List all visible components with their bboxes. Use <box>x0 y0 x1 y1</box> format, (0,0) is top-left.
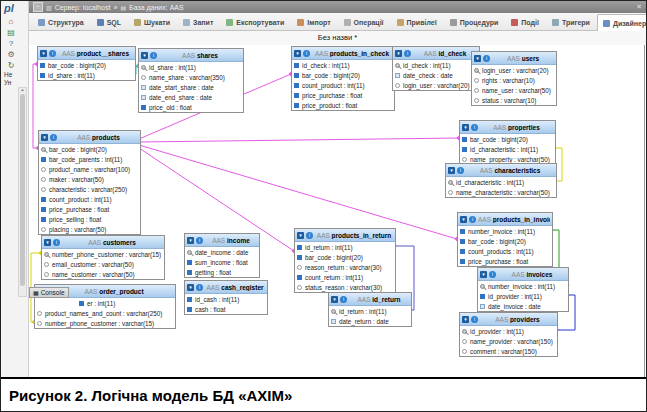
tab-label: Операції <box>354 19 384 26</box>
tab-designer[interactable]: Дизайнер <box>597 14 646 31</box>
table-header[interactable]: ▾iAAS customers <box>42 236 164 249</box>
tab-search[interactable]: Шукати <box>128 13 176 30</box>
table-options-icon[interactable]: i <box>196 284 203 291</box>
table-header[interactable]: ▾iAAS shares <box>139 49 243 62</box>
table-header[interactable]: ▾iAAS products_in_check <box>292 47 394 60</box>
refresh-icon[interactable]: ↻ <box>1 60 21 71</box>
collapse-icon[interactable]: ▾ <box>40 50 47 57</box>
tab-query[interactable]: Запит <box>177 13 219 30</box>
table-header[interactable]: ▾iAAS id_return <box>329 293 411 306</box>
home-icon[interactable]: ⌂ <box>1 16 21 27</box>
new-window-icon[interactable]: ▤ <box>1 27 21 38</box>
table-options-icon[interactable]: i <box>49 50 56 57</box>
table-header[interactable]: ▾iAAS products_in_invoices <box>458 213 552 226</box>
db-table-invoices[interactable]: ▾iAAS invoicesnumber_invoice : int(11)id… <box>477 267 569 312</box>
collapse-icon[interactable]: ▾ <box>41 134 48 141</box>
scrollbar-thumb[interactable] <box>20 94 25 286</box>
console-toggle[interactable]: ▦ Console <box>29 287 69 298</box>
close-icon[interactable]: ✕ <box>636 3 642 11</box>
collapse-icon[interactable]: ▾ <box>460 216 467 223</box>
table-title: AAS products_in_invoices <box>478 216 550 223</box>
db-table-product__shares[interactable]: ▾iAAS product__sharesbar_code : bigint(2… <box>37 46 136 81</box>
collapse-icon[interactable]: ▾ <box>462 124 469 131</box>
table-options-icon[interactable]: i <box>50 134 57 141</box>
collapse-icon[interactable]: ▾ <box>187 237 194 244</box>
db-table-products_in_check[interactable]: ▾iAAS products_in_checkid_check : int(11… <box>291 46 395 111</box>
table-options-icon[interactable]: i <box>150 52 157 59</box>
table-options-icon[interactable]: i <box>196 237 203 244</box>
tab-triggers[interactable]: Тригери <box>546 13 596 30</box>
table-options-icon[interactable]: i <box>303 50 310 57</box>
table-header[interactable]: ▾iAAS income <box>185 234 259 247</box>
table-options-icon[interactable]: i <box>404 50 411 57</box>
tab-sql[interactable]: SQL <box>91 13 127 30</box>
table-options-icon[interactable]: i <box>471 316 478 323</box>
collapse-icon[interactable]: ▾ <box>141 52 148 59</box>
help-icon[interactable]: ? <box>1 38 21 49</box>
field-label: product_name : varchar(100) <box>49 166 130 173</box>
settings-icon[interactable]: ⚙ <box>1 49 21 60</box>
db-table-shares[interactable]: ▾iAAS sharesid_share : int(11)name_share… <box>138 48 244 113</box>
table-header[interactable]: ▾iAAS characteristics <box>446 164 556 177</box>
breadcrumb-database-link[interactable]: База даних: AAS <box>129 4 184 11</box>
collapse-icon[interactable]: ▾ <box>331 296 338 303</box>
field-label: id_cash : int(11) <box>195 296 239 303</box>
db-table-income[interactable]: ▾iAAS incomedate_income : datesum_income… <box>184 233 260 278</box>
collapse-icon[interactable]: ▾ <box>448 167 455 174</box>
scroll-up-icon[interactable]: ▲ <box>19 87 26 92</box>
database-prefix: AAS <box>212 237 227 244</box>
table-options-icon[interactable]: i <box>340 296 347 303</box>
table-header[interactable]: ▾iAAS id_check <box>393 47 479 60</box>
tab-events[interactable]: Події <box>505 13 545 30</box>
table-options-icon[interactable]: i <box>306 232 313 239</box>
collapse-icon[interactable]: ▾ <box>297 232 304 239</box>
table-options-icon[interactable]: i <box>469 216 476 223</box>
db-table-characteristics[interactable]: ▾iAAS characteristicsid_characteristic :… <box>445 163 557 198</box>
db-table-users[interactable]: ▾iAAS userslogin_user : varchar(20)right… <box>471 51 557 106</box>
table-header[interactable]: ▾iAAS products <box>39 131 140 144</box>
db-table-properties[interactable]: ▾iAAS propertiesbar_code : bigint(20)id_… <box>459 120 556 165</box>
db-table-products[interactable]: ▾iAAS productsbar_code : bigint(20)bar_c… <box>38 130 141 235</box>
index-field-icon <box>462 137 467 142</box>
table-options-icon[interactable]: i <box>489 271 496 278</box>
table-options-icon[interactable]: i <box>53 239 60 246</box>
database-prefix: AAS <box>206 284 221 291</box>
collapse-icon[interactable]: ▾ <box>44 239 51 246</box>
db-table-products_in_invoices[interactable]: ▾iAAS products_in_invoicesnumber_invoice… <box>457 212 553 267</box>
db-table-id_check[interactable]: ▾iAAS id_checkid_check : int(11)date_che… <box>392 46 480 91</box>
table-header[interactable]: ▾iAAS products_in_return <box>295 229 395 242</box>
field-label: price_selling : float <box>49 216 101 223</box>
database-prefix: AAS <box>478 216 493 223</box>
db-table-id_return[interactable]: ▾iAAS id_returnid_return : int(11)date_r… <box>328 292 412 327</box>
db-table-providers[interactable]: ▾iAAS providersid_provider : int(11)name… <box>459 312 558 357</box>
collapse-icon[interactable]: ▾ <box>474 55 481 62</box>
tab-structure[interactable]: Структура <box>32 13 90 30</box>
collapse-icon[interactable]: ▾ <box>187 284 194 291</box>
breadcrumb-server-link[interactable]: Сервер: localhost <box>55 4 111 11</box>
tab-export[interactable]: Експортувати <box>220 13 290 30</box>
tab-procedures[interactable]: Процедури <box>444 13 505 30</box>
table-header[interactable]: ▾iAAS users <box>472 52 556 65</box>
collapse-icon[interactable]: ▾ <box>480 271 487 278</box>
collapse-icon[interactable]: ▾ <box>395 50 402 57</box>
table-header[interactable]: ▾iAAS product__shares <box>38 47 135 60</box>
window-minimize-button[interactable]: − <box>33 2 43 12</box>
collapse-icon[interactable]: ▾ <box>294 50 301 57</box>
db-table-customers[interactable]: ▾iAAS customersnumber_phone_customer : v… <box>41 235 165 280</box>
database-prefix: AAS <box>77 134 92 141</box>
db-table-products_in_return[interactable]: ▾iAAS products_in_returnid_return : int(… <box>294 228 396 293</box>
table-options-icon[interactable]: i <box>457 167 464 174</box>
table-header[interactable]: ▾iAAS providers <box>460 313 557 326</box>
table-header[interactable]: ▾iAAS cash_register <box>185 281 267 294</box>
db-table-cash_register[interactable]: ▾iAAS cash_registerid_cash : int(11)cash… <box>184 280 268 315</box>
table-header[interactable]: ▾iAAS properties <box>460 121 555 134</box>
tab-import[interactable]: Імпорт <box>291 13 336 30</box>
table-options-icon[interactable]: i <box>483 55 490 62</box>
table-header[interactable]: ▾iAAS invoices <box>478 268 568 281</box>
tab-privileges[interactable]: Привілеї <box>391 13 443 30</box>
tab-label: Експортувати <box>236 19 284 26</box>
table-options-icon[interactable]: i <box>471 124 478 131</box>
tab-operations[interactable]: Операції <box>338 13 390 30</box>
collapse-icon[interactable]: ▾ <box>462 316 469 323</box>
sidebar-scrollbar[interactable]: ▲ <box>18 87 27 297</box>
